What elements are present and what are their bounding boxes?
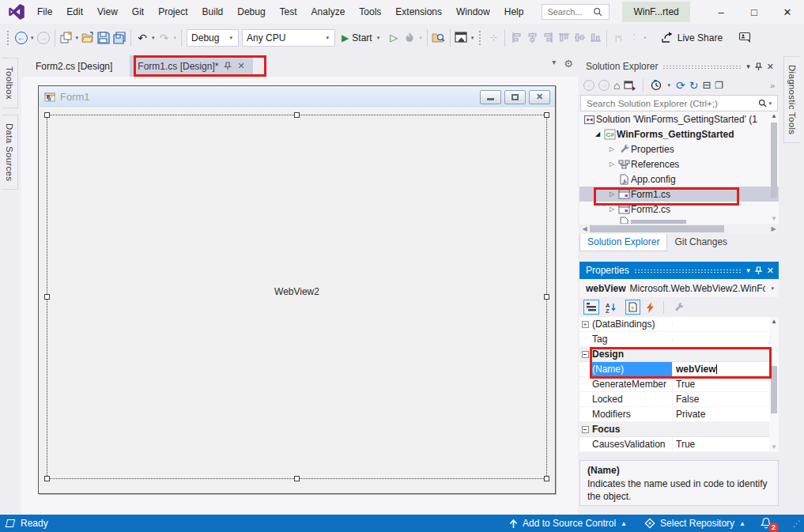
menu-window[interactable]: Window — [449, 2, 497, 21]
resize-grip[interactable]: ⋰ — [793, 519, 801, 528]
properties-header[interactable]: Properties ▾ ✕ — [579, 262, 779, 279]
webview2-control-selection[interactable]: WebView2 — [47, 115, 547, 479]
expander-icon[interactable]: ▷ — [606, 145, 617, 153]
collapse-minus-icon[interactable]: − — [582, 351, 589, 358]
properties-object-combo[interactable]: webView Microsoft.Web.WebView2.WinFo ▾ — [579, 279, 779, 297]
menu-analyze[interactable]: Analyze — [304, 2, 353, 21]
pin-icon[interactable] — [755, 266, 762, 275]
scroll-up-arrow[interactable]: ▲ — [769, 111, 779, 121]
expander-icon[interactable]: ▷ — [606, 160, 617, 168]
size-to-grid-button[interactable]: ⁚ — [626, 28, 642, 47]
solution-explorer-search-input[interactable] — [585, 98, 758, 109]
select-repository-button[interactable]: Select Repository ▲ — [641, 515, 749, 532]
quick-search-box[interactable] — [542, 4, 610, 20]
save-all-button[interactable] — [111, 28, 127, 47]
align-middles-button[interactable] — [572, 28, 587, 47]
add-to-source-control-button[interactable]: Add to Source Control ▲ — [506, 515, 630, 532]
start-without-debugging-button[interactable]: ▷ — [386, 28, 402, 47]
live-share-button[interactable]: Live Share — [656, 28, 727, 47]
menu-build[interactable]: Build — [195, 2, 231, 21]
property-row-modifiers[interactable]: Modifiers Private — [579, 407, 779, 422]
scroll-thumb[interactable] — [771, 123, 777, 198]
expander-icon[interactable]: ◢ — [592, 130, 603, 138]
tab-form2-design[interactable]: Form2.cs [Design] — [28, 55, 120, 77]
tree-item-references[interactable]: ▷ References — [579, 157, 779, 172]
preview-window-button[interactable] — [454, 28, 470, 47]
property-value[interactable]: False — [672, 392, 769, 406]
feedback-button[interactable] — [737, 28, 753, 47]
form-client-area[interactable]: WebView2 — [39, 108, 555, 493]
find-in-files-button[interactable] — [431, 28, 447, 47]
preview-window-dropdown[interactable]: ▾ — [470, 35, 476, 41]
menu-debug[interactable]: Debug — [230, 2, 272, 21]
designer-canvas[interactable]: Form1 ✕ — [21, 77, 578, 515]
panel-drag-grip[interactable] — [662, 65, 742, 70]
tree-item-project[interactable]: ◢ C# WinForms_GettingStarted — [579, 126, 779, 141]
properties-vertical-scrollbar[interactable]: ▲ ▼ — [769, 317, 779, 452]
property-value[interactable]: True — [672, 437, 769, 451]
start-debugging-button[interactable]: ▶ Start ▾ — [337, 28, 386, 47]
pending-changes-filter-icon[interactable] — [651, 80, 662, 91]
property-value[interactable]: Private — [672, 407, 769, 421]
tab-list-dropdown[interactable]: ▾ — [552, 58, 556, 70]
search-options-dropdown[interactable]: ▾ — [767, 100, 773, 107]
home-icon[interactable]: ⌂ — [613, 79, 620, 92]
scroll-down-arrow[interactable]: ▼ — [769, 443, 779, 452]
scroll-down-arrow[interactable]: ▼ — [769, 214, 779, 224]
menu-project[interactable]: Project — [151, 2, 194, 21]
menu-extensions[interactable]: Extensions — [388, 2, 449, 21]
designed-form-titlebar[interactable]: Form1 ✕ — [39, 86, 555, 108]
align-bottoms-button[interactable] — [587, 28, 603, 47]
properties-view-button[interactable] — [625, 300, 640, 315]
navigate-forward-button[interactable]: → — [36, 28, 51, 47]
tab-form1-design[interactable]: Form1.cs [Design]* ✕ — [130, 55, 252, 77]
pin-icon[interactable] — [755, 62, 762, 71]
tree-horizontal-scrollbar[interactable]: ◀ ▶ — [579, 224, 779, 234]
solution-explorer-search[interactable]: ▾ — [580, 95, 778, 111]
sync-with-active-document-icon[interactable]: ⟳ — [676, 79, 685, 92]
menu-edit[interactable]: Edit — [59, 2, 90, 21]
new-project-button[interactable] — [59, 28, 74, 47]
property-row-generatemember[interactable]: GenerateMember True — [579, 377, 779, 392]
hot-reload-button[interactable] — [402, 28, 417, 47]
selection-handle[interactable] — [44, 112, 50, 118]
spacing-dropdown[interactable]: ▾ — [642, 35, 648, 41]
tab-git-changes[interactable]: Git Changes — [667, 234, 734, 251]
se-back-icon[interactable]: ← — [583, 80, 595, 91]
quick-search-input[interactable] — [545, 6, 593, 17]
tree-item-properties[interactable]: ▷ Properties — [579, 141, 779, 157]
property-value[interactable] — [672, 323, 769, 326]
close-icon[interactable]: ✕ — [237, 61, 244, 71]
scroll-right-arrow[interactable]: ▶ — [768, 224, 779, 234]
align-tops-button[interactable] — [556, 28, 572, 47]
align-centers-button[interactable] — [524, 28, 540, 47]
tree-vertical-scrollbar[interactable]: ▲ ▼ — [769, 111, 779, 224]
designed-form[interactable]: Form1 ✕ — [38, 85, 556, 494]
property-row-databindings[interactable]: + (DataBindings) — [579, 317, 779, 332]
menu-file[interactable]: File — [30, 2, 59, 21]
property-category-focus[interactable]: − Focus — [579, 422, 779, 437]
property-value-editing[interactable]: webView — [672, 362, 769, 376]
selection-handle[interactable] — [44, 476, 50, 481]
alphabetical-button[interactable]: AZ — [602, 300, 619, 315]
make-horizontal-spacing-equal-button[interactable]: |*| — [610, 28, 626, 47]
refresh-icon[interactable]: ↻ — [689, 79, 699, 92]
selection-handle[interactable] — [294, 112, 300, 118]
selection-handle[interactable] — [544, 476, 549, 481]
scroll-left-arrow[interactable]: ◀ — [579, 224, 590, 234]
designer-toolbar-grip[interactable] — [478, 30, 482, 46]
window-position-dropdown[interactable]: ▾ — [746, 267, 750, 274]
tree-item-form2[interactable]: ▷ Form2.cs — [579, 202, 779, 217]
undo-dropdown[interactable]: ▾ — [150, 35, 157, 41]
tab-solution-explorer[interactable]: Solution Explorer — [579, 234, 667, 251]
window-maximize-button[interactable]: □ — [738, 0, 771, 24]
collapse-minus-icon[interactable]: − — [582, 426, 589, 433]
solution-configurations-combo[interactable]: Debug ▾ — [187, 29, 239, 47]
window-minimize-button[interactable]: – — [704, 0, 738, 24]
switch-views-icon[interactable] — [624, 80, 636, 91]
back-dropdown[interactable]: ▾ — [29, 35, 36, 41]
menu-view[interactable]: View — [90, 2, 125, 21]
form-close-button[interactable]: ✕ — [529, 90, 550, 104]
redo-dropdown[interactable]: ▾ — [172, 35, 179, 41]
expander-icon[interactable]: ▷ — [606, 206, 617, 213]
